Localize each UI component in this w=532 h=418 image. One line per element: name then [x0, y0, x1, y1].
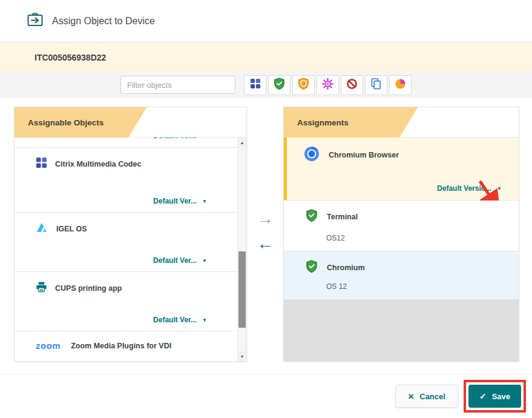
- assignable-objects-panel: Assignable Objects Default Ver... ▼: [14, 107, 247, 362]
- cups-printing-icon: [36, 281, 47, 295]
- object-name: IGEL OS: [56, 225, 87, 233]
- assignments-empty-area: [284, 300, 519, 361]
- check-icon: ✓: [479, 392, 487, 400]
- assignments-title: Assignments: [284, 107, 418, 138]
- citrix-multimedia-codec-icon: [36, 157, 47, 171]
- object-name: Citrix Multimedia Codec: [55, 160, 141, 168]
- object-name: CUPS printing app: [55, 284, 122, 293]
- filter-toolbar: [0, 71, 532, 98]
- blue-files-icon: [370, 78, 382, 92]
- profile-shield-icon: [306, 260, 318, 276]
- assignable-objects-title: Assignable Objects: [15, 107, 146, 138]
- apps-grid-filter-button[interactable]: [244, 75, 266, 95]
- green-shield-icon: [274, 78, 285, 93]
- green-shield-filter-button[interactable]: [268, 75, 291, 95]
- assignment-name: Chromium Browser: [329, 151, 399, 159]
- os-version-label: OS12: [284, 234, 519, 251]
- assignment-item-terminal[interactable]: Terminal OS12: [284, 201, 519, 251]
- device-bar: ITC005056938D22: [0, 44, 532, 71]
- magenta-gear-filter-button[interactable]: [317, 75, 339, 95]
- device-id: ITC005056938D22: [34, 53, 106, 62]
- chevron-down-icon: ▼: [202, 317, 207, 323]
- zoom-logo: zoom: [36, 340, 61, 351]
- version-dropdown[interactable]: Default Ver... ▼: [15, 256, 237, 271]
- object-name: Zoom Media Plugins for VDI: [71, 342, 171, 350]
- list-item-zoom-media-plugins[interactable]: zoom Zoom Media Plugins for VDI: [15, 331, 237, 361]
- assignable-objects-header: Assignable Objects: [15, 107, 246, 138]
- apps-grid-icon: [250, 78, 261, 91]
- orange-shield-icon: [298, 78, 309, 93]
- list-item-partial[interactable]: Default Ver... ▼: [15, 138, 237, 148]
- version-dropdown[interactable]: Default Versio... ▼: [287, 184, 519, 200]
- filter-icon-group: [244, 75, 412, 95]
- scrollbar-thumb[interactable]: [238, 251, 246, 327]
- assignment-name: Terminal: [327, 213, 358, 221]
- assignments-header: Assignments: [284, 107, 519, 138]
- assignment-item-chromium[interactable]: Chromium OS 12: [284, 251, 519, 300]
- assignment-name: Chromium: [327, 264, 365, 272]
- list-item-citrix-multimedia-codec[interactable]: Citrix Multimedia Codec Default Ver... ▼: [15, 148, 237, 213]
- magenta-gear-icon: [322, 78, 333, 92]
- version-dropdown[interactable]: Default Ver... ▼: [15, 138, 237, 140]
- orange-pink-pie-icon: [395, 78, 406, 92]
- assignments-list: Chromium Browser Default Versio... ▼: [284, 138, 519, 361]
- dialog-header: Assign Object to Device: [0, 0, 532, 43]
- assignable-objects-list: Default Ver... ▼ Citrix Multimedia Codec: [15, 138, 237, 361]
- transfer-controls: → ←: [247, 107, 283, 362]
- version-dropdown[interactable]: Default Ver... ▼: [15, 316, 237, 331]
- red-prohibited-filter-button[interactable]: [341, 75, 363, 95]
- assignment-item-chromium-browser[interactable]: Chromium Browser Default Versio... ▼: [284, 138, 519, 201]
- blue-files-filter-button[interactable]: [365, 75, 387, 95]
- version-dropdown[interactable]: Default Ver... ▼: [15, 197, 237, 212]
- page-title: Assign Object to Device: [52, 16, 155, 27]
- list-item-igel-os[interactable]: IGEL OS Default Ver... ▼: [15, 213, 237, 272]
- orange-shield-filter-button[interactable]: [292, 75, 315, 95]
- chevron-down-icon: ▼: [202, 138, 207, 139]
- assign-device-icon: [27, 13, 43, 30]
- chevron-down-icon: ▼: [497, 186, 502, 191]
- orange-pink-pie-filter-button[interactable]: [389, 75, 412, 95]
- assignments-panel: Assignments Chromium Browser: [283, 107, 519, 362]
- scroll-up-icon[interactable]: ▲: [238, 138, 246, 147]
- red-annotation-box: ✓ Save: [464, 380, 526, 413]
- chevron-down-icon: ▼: [202, 258, 207, 264]
- filter-objects-input[interactable]: [120, 76, 235, 94]
- cancel-button[interactable]: × Cancel: [395, 385, 458, 408]
- chromium-browser-icon: [304, 146, 320, 164]
- list-item-cups-printing-app[interactable]: CUPS printing app Default Ver... ▼: [15, 272, 237, 331]
- profile-shield-icon: [306, 209, 318, 225]
- arrow-right-icon[interactable]: →: [257, 211, 274, 227]
- scroll-down-icon[interactable]: ▼: [238, 351, 246, 361]
- assign-object-dialog: Assign Object to Device ITC005056938D22: [0, 0, 532, 418]
- chevron-down-icon: ▼: [202, 199, 207, 204]
- scrollbar[interactable]: ▲ ▼: [237, 138, 246, 361]
- dialog-footer: × Cancel ✓ Save: [0, 374, 532, 418]
- os-version-label: OS 12: [284, 282, 519, 299]
- x-icon: ×: [408, 391, 414, 402]
- save-button[interactable]: ✓ Save: [468, 385, 521, 408]
- red-prohibited-icon: [346, 78, 358, 92]
- igel-os-icon: [36, 222, 48, 236]
- arrow-left-icon[interactable]: ←: [257, 236, 274, 252]
